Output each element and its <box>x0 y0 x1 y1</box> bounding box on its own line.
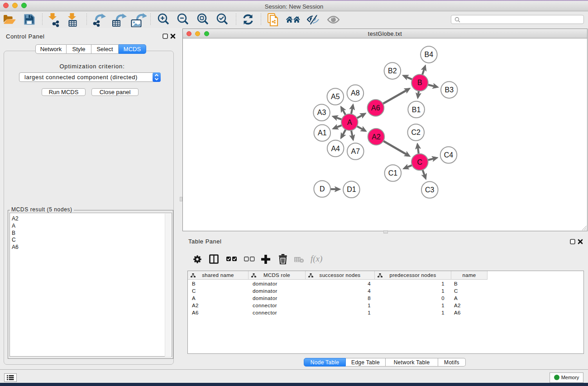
svg-text:C2: C2 <box>411 129 421 136</box>
svg-text:D1: D1 <box>347 186 356 193</box>
svg-text:A5: A5 <box>331 93 340 100</box>
svg-text:A: A <box>347 119 352 126</box>
svg-text:B1: B1 <box>412 106 421 114</box>
svg-text:A7: A7 <box>351 148 360 155</box>
svg-text:A2: A2 <box>372 133 381 141</box>
svg-text:B4: B4 <box>425 51 434 58</box>
svg-text:A8: A8 <box>351 89 360 97</box>
svg-text:A3: A3 <box>317 109 326 116</box>
svg-text:C1: C1 <box>388 169 398 177</box>
svg-text:A1: A1 <box>318 129 327 137</box>
svg-text:A4: A4 <box>331 145 340 152</box>
svg-text:C4: C4 <box>444 151 454 159</box>
svg-text:B: B <box>417 79 422 86</box>
svg-text:D: D <box>320 185 325 193</box>
svg-text:B2: B2 <box>388 67 397 75</box>
svg-text:C: C <box>417 158 423 166</box>
svg-text:B3: B3 <box>445 86 454 94</box>
svg-text:A6: A6 <box>371 104 380 112</box>
svg-text:C3: C3 <box>425 186 435 194</box>
